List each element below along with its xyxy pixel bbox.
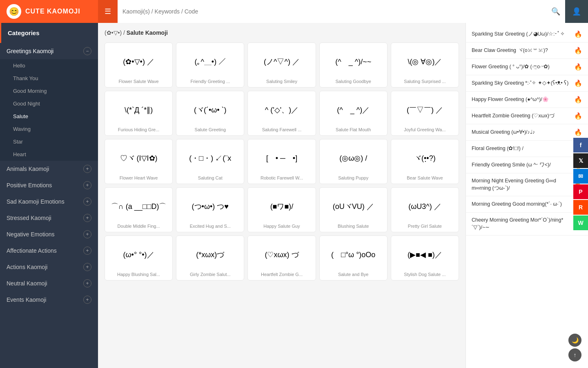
- facebook-share-button[interactable]: f: [573, 138, 588, 153]
- kaomoji-card[interactable]: (oUヾVU) ／ Blushing Salute: [319, 187, 388, 232]
- right-panel-item[interactable]: Flower Greeting ( ° ᴗ°)/✿ (·ෆ̤o·ᵕ✿) 🔥: [466, 59, 588, 75]
- kaomoji-symbol: ( □°ω °)oОo: [331, 241, 375, 269]
- twitter-share-button[interactable]: 𝕏: [573, 153, 588, 168]
- kaomoji-card[interactable]: (■ワ■)/ Happy Salute Guy: [247, 187, 316, 232]
- kaomoji-card[interactable]: (つ•ω•) つ♥ Excited Hug and S...: [176, 187, 244, 232]
- sidebar-item-hello[interactable]: Hello: [0, 59, 98, 72]
- sidebar-item-sad-emotions[interactable]: Sad Kaomoji Emotions +: [0, 193, 98, 210]
- search-button[interactable]: 🔍: [551, 7, 560, 16]
- kaomoji-card[interactable]: (◎ω◎) / Saluting Puppy: [319, 139, 388, 184]
- kaomoji-card[interactable]: (ヾ(´•ω• `) Salute Greeting: [176, 91, 244, 136]
- fire-icon: 🔥: [574, 128, 582, 136]
- kaomoji-card[interactable]: \(◎ ∀◎)／ Saluting Surprised ...: [391, 43, 459, 88]
- kaomoji-card[interactable]: ^ ('◇'、)／ Saluting Farewell ...: [247, 91, 316, 136]
- kaomoji-card[interactable]: (♡xωx) づ Heartfelt Zombie G...: [247, 236, 316, 280]
- sidebar-item-heart[interactable]: Heart: [0, 148, 98, 161]
- kaomoji-symbol: ⌒∩ (a __□□D)⌒: [111, 193, 167, 221]
- user-icon-button[interactable]: 👤: [565, 0, 588, 23]
- sidebar-item-affectionate[interactable]: Affectionate Actions +: [0, 242, 98, 259]
- kaomoji-label: Saluting Puppy: [323, 175, 384, 180]
- kaomoji-symbol: (￣▽￣) ／: [407, 96, 443, 125]
- kaomoji-card[interactable]: (^ _ ^)/~~ Saluting Goodbye: [319, 43, 388, 88]
- sidebar-item-greetings[interactable]: Greetings Kaomoji −: [0, 43, 98, 59]
- kaomoji-card[interactable]: (^ _ ^)／ Salute Flat Mouth: [319, 91, 388, 136]
- sidebar-item-negative-emotions[interactable]: Negative Emotions +: [0, 226, 98, 242]
- sidebar-item-positive-emotions[interactable]: Positive Emotions +: [0, 177, 98, 193]
- fire-icon: 🔥: [574, 30, 582, 38]
- sidebar-item-salute[interactable]: Salute: [0, 110, 98, 123]
- kaomoji-label: Flower Salute Wave: [108, 79, 169, 84]
- kaomoji-card[interactable]: (｡^＿•) ／ Friendly Greeting ...: [176, 43, 244, 88]
- sidebar-item-animals[interactable]: Animals Kaomoji +: [0, 161, 98, 177]
- expand-icon: +: [83, 247, 91, 255]
- right-panel-text: Happy Flower Greeting (●^ω^)/🌸: [472, 96, 571, 103]
- sidebar-item-star[interactable]: Star: [0, 135, 98, 148]
- expand-icon: +: [83, 279, 91, 287]
- kaomoji-card[interactable]: ( □°ω °)oОo Salute and Bye: [319, 236, 388, 280]
- kaomoji-card[interactable]: (・□・) ↙(¨x Saluting Cat: [176, 139, 244, 184]
- moon-button[interactable]: 🌙: [568, 334, 581, 347]
- kaomoji-card[interactable]: (*xωx)づ Girly Zombie Salut...: [176, 236, 244, 280]
- kaomoji-symbol: (ωU3^) ／: [408, 193, 441, 221]
- kaomoji-label: Excited Hug and S...: [180, 224, 241, 229]
- logo-icon: 😊: [7, 4, 21, 19]
- filter-button[interactable]: ☰: [98, 0, 118, 23]
- right-panel-item[interactable]: Happy Flower Greeting (●^ω^)/🌸 🔥: [466, 92, 588, 108]
- sidebar-item-good-night[interactable]: Good Night: [0, 97, 98, 110]
- expand-icon: +: [83, 296, 91, 304]
- sidebar-item-stressed[interactable]: Stressed Kaomoji +: [0, 210, 98, 226]
- search-input[interactable]: [122, 8, 548, 15]
- scroll-up-button[interactable]: ↑: [568, 348, 581, 361]
- kaomoji-label: Salute and Bye: [323, 272, 384, 277]
- right-panel-item[interactable]: Cheery Morning Greeting Mor*´O`)/ning*´▽…: [466, 213, 588, 236]
- right-panel-text: Sparkling Star Greeting (ノ◕Uω)/☆:･ﾟ✧: [472, 31, 571, 38]
- kaomoji-label: Salute Greeting: [180, 127, 241, 132]
- kaomoji-card[interactable]: ♡ヾ (I▽I✿) Flower Heart Wave: [105, 139, 173, 184]
- right-panel-text: Morning Greeting Good morning(*`· ω·´): [472, 201, 571, 208]
- kaomoji-card[interactable]: (ノ^▽^) ／ Saluting Smiley: [247, 43, 316, 88]
- kaomoji-card[interactable]: [ • ─ •] Robotic Farewell W...: [247, 139, 316, 184]
- right-panel-item[interactable]: Friendly Greeting Smile (ω ^ᵕ ワ<)/ 🔥: [466, 157, 588, 173]
- kaomoji-label: Heartfelt Zombie G...: [251, 272, 312, 277]
- pinterest-share-button[interactable]: P: [573, 184, 588, 199]
- right-panel-item[interactable]: Floral Greeting (✿!□!) / 🔥: [466, 141, 588, 157]
- sidebar-item-good-morning[interactable]: Good Morning: [0, 85, 98, 97]
- kaomoji-symbol: [ • ─ •]: [266, 144, 297, 173]
- right-panel-item[interactable]: Bear Claw Greeting ヾ(oꈍ꒳ꈍ)? 🔥: [466, 43, 588, 59]
- kaomoji-card[interactable]: (ωU3^) ／ Pretty Girl Salute: [391, 187, 459, 232]
- kaomoji-label: Robotic Farewell W...: [251, 175, 312, 180]
- reddit-share-button[interactable]: R: [573, 200, 588, 215]
- right-panel-item[interactable]: Sparkling Sky Greeting *:·˚✧ ✦◇✦(ʕ•ᴥ• ʕ)…: [466, 75, 588, 92]
- kaomoji-card[interactable]: ⌒∩ (a __□□D)⌒ Double Middle Fing...: [105, 187, 173, 232]
- right-panel-item[interactable]: Morning Night Evening Greeting G∞d m∞rni…: [466, 173, 588, 196]
- kaomoji-label: Bear Salute Wave: [394, 175, 455, 180]
- user-icon: 👤: [572, 7, 581, 16]
- sidebar-item-waving[interactable]: Waving: [0, 123, 98, 135]
- kaomoji-card[interactable]: (￣▽￣) ／ Joyful Greeting Wa...: [391, 91, 459, 136]
- right-panel-item[interactable]: Heartfelt Zombie Greeting (♡xωx)づ 🔥: [466, 108, 588, 124]
- right-panel-text: Friendly Greeting Smile (ω ^ᵕ ワ<)/: [472, 162, 571, 169]
- kaomoji-symbol: (ノ^▽^) ／: [264, 48, 300, 76]
- kaomoji-label: Salute Flat Mouth: [323, 127, 384, 132]
- whatsapp-share-button[interactable]: W: [573, 215, 588, 230]
- right-panel-text: Cheery Morning Greeting Mor*´O`)/ning*´▽…: [472, 217, 571, 231]
- right-panel-item[interactable]: Musical Greeting (ω•∀•)/♪♩♪ 🔥: [466, 124, 588, 141]
- sidebar-item-thank-you[interactable]: Thank You: [0, 72, 98, 85]
- kaomoji-label: Pretty Girl Salute: [394, 224, 455, 229]
- filter-icon: ☰: [105, 7, 111, 16]
- right-panel-item[interactable]: Morning Greeting Good morning(*`· ω·´) 🔥: [466, 196, 588, 213]
- messenger-share-button[interactable]: ✉: [573, 169, 588, 184]
- kaomoji-label: Furious Hiding Gre...: [108, 127, 169, 132]
- sidebar-item-neutral[interactable]: Neutral Kaomoji +: [0, 275, 98, 292]
- kaomoji-card[interactable]: \(*`Д ´*∥) Furious Hiding Gre...: [105, 91, 173, 136]
- kaomoji-symbol: \(◎ ∀◎)／: [408, 48, 442, 76]
- kaomoji-symbol: (^ _ ^)／: [337, 96, 370, 125]
- sidebar-item-actions[interactable]: Actions Kaomoji +: [0, 259, 98, 275]
- kaomoji-card[interactable]: (✿•▽•) ／ Flower Salute Wave: [105, 43, 173, 88]
- kaomoji-card[interactable]: (▶■◀ ■)／ Stylish Dog Salute ...: [391, 236, 459, 280]
- sidebar-item-events[interactable]: Events Kaomoji +: [0, 292, 98, 308]
- kaomoji-card[interactable]: ヾ(•ฺ•?) Bear Salute Wave: [391, 139, 459, 184]
- kaomoji-label: Saluting Cat: [180, 175, 241, 180]
- kaomoji-card[interactable]: (ω•° °•)／ Happy Blushing Sal...: [105, 236, 173, 280]
- right-panel-item[interactable]: Sparkling Star Greeting (ノ◕Uω)/☆:･ﾟ✧ 🔥: [466, 26, 588, 43]
